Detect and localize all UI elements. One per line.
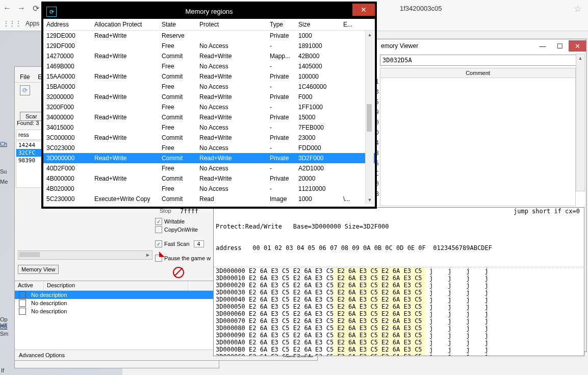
region-row[interactable]: 1469B000FreeNo Access-1405000 (43, 61, 375, 71)
memory-regions-title: Memory regions (185, 8, 233, 15)
memory-viewer-address-value: 3D032D5A (382, 57, 412, 64)
bookmark-star-icon[interactable]: ☆ (574, 3, 582, 14)
pointer-icon[interactable]: ◣ (159, 249, 165, 258)
hex-row[interactable]: 3D0000A0 E2 6A E3 C5 E2 6A E3 C5 E2 6A E… (216, 339, 582, 346)
row-description: No description (29, 292, 164, 298)
region-row[interactable]: 129DF000FreeNo Access-1891000 (43, 41, 375, 51)
region-row[interactable]: 32000000Read+WriteCommitRead+WritePrivat… (43, 92, 375, 102)
regions-header-row[interactable]: Address Allocation Protect State Protect… (43, 19, 375, 31)
region-row[interactable]: 15AA0000Read+WriteCommitRead+WritePrivat… (43, 71, 375, 82)
hex-row[interactable]: 3D000030 E2 6A E3 C5 E2 6A E3 C5 E2 6A E… (216, 289, 582, 296)
scroll-down-icon[interactable]: ▼ (366, 196, 374, 204)
ct-head-desc[interactable]: Description (44, 281, 188, 290)
regions-close-button[interactable]: ✕ (352, 4, 375, 16)
hex-row[interactable]: 3D0000B0 E2 6A E3 C5 E2 6A E3 C5 E2 6A E… (216, 346, 582, 353)
scroll-thumb[interactable] (19, 252, 40, 257)
no-entry-icon[interactable] (173, 267, 184, 278)
region-row[interactable]: 14270000Read+WriteCommitRead+WriteMapp..… (43, 51, 375, 61)
ce-logo-icon[interactable]: ⟳ (20, 85, 30, 95)
ct-head-active[interactable]: Active (15, 281, 44, 290)
opt-pause-label: Pause the game w (164, 255, 211, 261)
hex-row[interactable]: 3D000080 E2 6A E3 C5 E2 6A E3 C5 E2 6A E… (216, 324, 582, 332)
rh-size[interactable]: Size (298, 21, 343, 28)
opt-writable-label: Writable (164, 218, 185, 224)
memory-viewer-title: emory Viewer (381, 42, 418, 49)
memory-view-button[interactable]: Memory View (18, 265, 59, 274)
apps-button[interactable]: Apps (25, 20, 39, 27)
region-row[interactable]: 5C230000Execute+Write CopyCommitReadImag… (43, 194, 375, 204)
hex-row[interactable]: 3D000050 E2 6A E3 C5 E2 6A E3 C5 E2 6A E… (216, 303, 582, 310)
regions-body[interactable]: 129DE000Read+WriteReservePrivate1000129D… (43, 31, 375, 204)
region-row[interactable]: 3D000000Read+WriteCommitRead+WritePrivat… (43, 153, 375, 163)
nav-back-icon[interactable]: ← (1, 2, 13, 14)
reload-icon[interactable]: ⟳ (30, 2, 42, 14)
left-text-if: If (1, 367, 4, 373)
left-text-ch: Ch (0, 141, 7, 147)
rh-type[interactable]: Type (270, 21, 298, 28)
rh-alloc-protect[interactable]: Allocation Protect (94, 21, 162, 28)
hex-row[interactable]: 3D000010 E2 6A E3 C5 E2 6A E3 C5 E2 6A E… (216, 274, 582, 282)
rh-address[interactable]: Address (46, 21, 94, 28)
row-checkbox[interactable] (19, 299, 26, 307)
stop-value[interactable]: 7ffff (180, 208, 198, 215)
nav-fwd-icon[interactable]: → (15, 2, 28, 14)
comment-header[interactable]: Comment (380, 68, 576, 78)
url-fragment[interactable]: 1f3420003c05 (400, 5, 442, 12)
minimize-button[interactable]: — (534, 40, 551, 52)
memory-regions-window: ⟳ Memory regions ✕ Address Allocation Pr… (42, 2, 376, 208)
region-row[interactable]: 4B020000FreeNo Access-11210000 (43, 184, 375, 194)
fastscan-value[interactable]: 4 (194, 240, 204, 247)
scroll-thumb[interactable] (367, 104, 372, 132)
addr-header-label: ress (18, 132, 29, 138)
region-row[interactable]: 15BA0000FreeNo Access-1C460000 (43, 82, 375, 92)
opt-cow-label: CopyOnWrite (164, 227, 198, 233)
row-checkbox[interactable] (19, 308, 26, 315)
row-description: No description (29, 300, 164, 306)
h-scrollbar[interactable]: ◄ ► (18, 251, 152, 260)
jump-note: jump short if cx=0 (514, 208, 580, 215)
hex-row[interactable]: 3D000020 E2 6A E3 C5 E2 6A E3 C5 E2 6A E… (216, 282, 582, 289)
left-text-op: Op (0, 316, 13, 322)
row-checkbox[interactable] (19, 291, 26, 298)
opt-fastscan-label: Fast Scan (164, 241, 190, 247)
rh-extra[interactable]: E... (343, 21, 359, 28)
region-row[interactable]: 40D2F000FreeNo Access-A2D1000 (43, 163, 375, 173)
protect-line: Protect:Read/Write Base=3D000000 Size=3D… (216, 223, 582, 230)
region-row[interactable]: 3C000000Read+WriteCommitRead+WritePrivat… (43, 133, 375, 143)
region-row[interactable]: 3200F000FreeNo Access-1FF1000 (43, 102, 375, 112)
rh-state[interactable]: State (162, 21, 199, 28)
hex-row[interactable]: 3D000040 E2 6A E3 C5 E2 6A E3 C5 E2 6A E… (216, 296, 582, 303)
hex-row[interactable]: 3D000070 E2 6A E3 C5 E2 6A E3 C5 E2 6A E… (216, 317, 582, 324)
menu-file[interactable]: File (16, 73, 34, 81)
hex-row[interactable]: 3D000000 E2 6A E3 C5 E2 6A E3 C5 E2 6A E… (216, 267, 582, 274)
left-text-sm: Sm (0, 331, 13, 337)
found-label: Found: 3 (17, 120, 39, 126)
memory-viewer-titlebar[interactable]: emory Viewer — ☐ ✕ (377, 39, 586, 53)
region-row[interactable]: 34000000Read+WriteCommitRead+WritePrivat… (43, 112, 375, 122)
hex-row[interactable]: 3D0000C0 E2 6A E3 C5 E2 6A E3 C5 E2 6A E… (216, 353, 582, 356)
mv-scrollbar[interactable]: ▲ (576, 54, 585, 191)
regions-scrollbar[interactable]: ▲ ▼ (365, 31, 374, 204)
hex-row[interactable]: 3D000090 E2 6A E3 C5 E2 6A E3 C5 E2 6A E… (216, 332, 582, 339)
comment-body[interactable]: 13590D485C0B (380, 78, 576, 206)
region-row[interactable]: 4B000000Read+WriteCommitRead+WritePrivat… (43, 173, 375, 184)
region-row[interactable]: 129DE000Read+WriteReservePrivate1000 (43, 31, 375, 41)
advanced-options-button[interactable]: Advanced Options (19, 352, 65, 358)
scroll-right-icon[interactable]: ► (144, 251, 152, 258)
region-row[interactable]: 34015000FreeNo Access-7FEB000 (43, 122, 375, 133)
hex-row[interactable]: 3D000060 E2 6A E3 C5 E2 6A E3 C5 E2 6A E… (216, 310, 582, 317)
left-text-me: Me (0, 179, 13, 185)
ce-icon: ⟳ (46, 7, 57, 17)
close-button[interactable]: ✕ (569, 40, 586, 52)
scroll-up-icon[interactable]: ▲ (576, 54, 584, 62)
rh-protect[interactable]: Protect (199, 21, 270, 28)
stop-label: Stop (160, 208, 171, 214)
left-text-su: Su (0, 168, 13, 174)
row-description: No description (29, 308, 164, 314)
memory-regions-titlebar[interactable]: ⟳ Memory regions ✕ (43, 4, 375, 19)
memory-viewer-address-input[interactable]: 3D032D5A (380, 55, 583, 66)
hex-dump-pane[interactable]: jump short if cx=0 Protect:Read/Write Ba… (213, 207, 584, 356)
region-row[interactable]: 3C023000FreeNo Access-FDD000 (43, 143, 375, 153)
maximize-button[interactable]: ☐ (551, 40, 569, 52)
scroll-up-icon[interactable]: ▲ (366, 31, 374, 39)
